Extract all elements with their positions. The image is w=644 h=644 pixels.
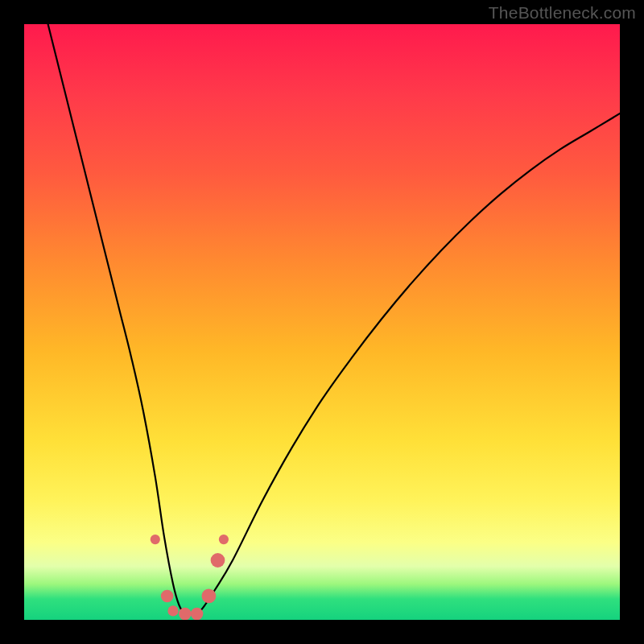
data-marker bbox=[219, 535, 229, 544]
watermark-text: TheBottleneck.com bbox=[489, 3, 636, 23]
plot-area bbox=[24, 24, 620, 620]
data-marker bbox=[202, 589, 217, 604]
data-marker bbox=[167, 605, 178, 616]
data-marker bbox=[151, 535, 160, 544]
data-marker bbox=[161, 590, 174, 603]
outer-frame: TheBottleneck.com bbox=[0, 0, 644, 644]
v-curve bbox=[48, 24, 620, 614]
data-marker bbox=[179, 608, 192, 620]
chart-svg bbox=[24, 24, 620, 620]
data-marker bbox=[191, 608, 204, 620]
data-marker bbox=[211, 553, 225, 568]
